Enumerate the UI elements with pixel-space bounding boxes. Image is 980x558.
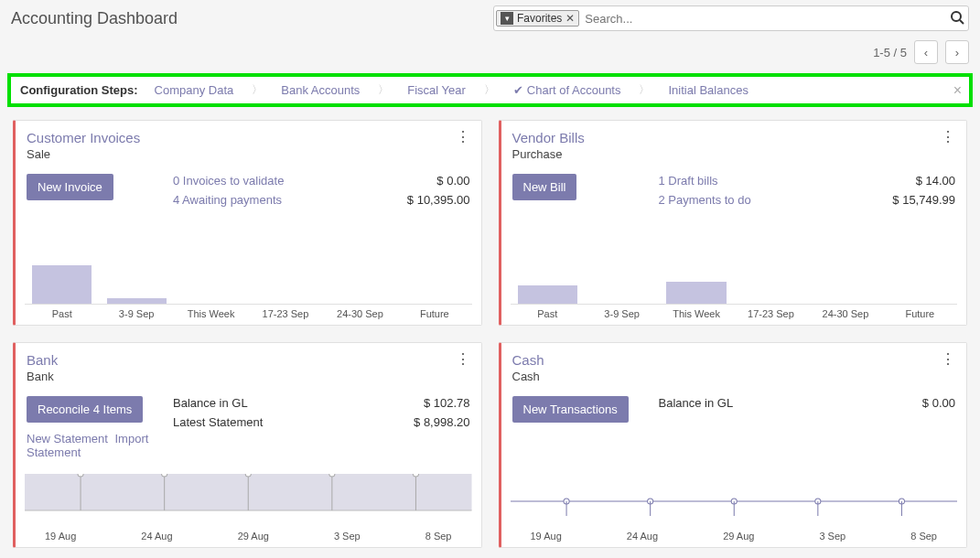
xaxis-label: 24-30 Sep [808,308,882,319]
chevron-right-icon: 〉 [378,82,389,98]
timeline-chart: 19 Aug24 Aug29 Aug3 Sep8 Sep [511,474,958,542]
card-subtitle: Cash [512,370,544,383]
svg-line-1 [960,20,964,24]
timeline-label: 19 Aug [531,531,562,542]
filter-icon: ▾ [501,12,513,25]
close-icon[interactable]: × [953,82,962,99]
card-customer-invoices: Customer Invoices Sale ⋮ New Invoice 0 I… [13,120,482,326]
card-subtitle: Bank [27,370,58,383]
search-facet-favorites[interactable]: ▾ Favorites ✕ [496,10,579,27]
stat-value: $ 102.78 [424,396,470,410]
new-invoice-button[interactable]: New Invoice [27,174,113,200]
new-bill-button[interactable]: New Bill [512,174,577,200]
stat-link-awaiting-payments[interactable]: 4 Awaiting payments [173,193,282,207]
xaxis-label: 24-30 Sep [323,308,397,319]
timeline-label: 29 Aug [723,531,754,542]
pager-prev-button[interactable]: ‹ [914,40,938,64]
svg-point-5 [78,474,83,477]
xaxis-label: Past [25,308,99,319]
svg-point-9 [245,474,251,477]
stat-value: $ 10,395.00 [407,193,470,207]
timeline-label: 29 Aug [238,531,269,542]
card-subtitle: Purchase [512,147,585,161]
stat-value: $ 0.00 [922,396,955,410]
search-input[interactable] [585,7,968,29]
reconcile-button[interactable]: Reconcile 4 Items [27,396,143,423]
chevron-right-icon: 〉 [484,82,495,98]
pager-range: 1-5 / 5 [873,46,907,59]
xaxis-label: 17-23 Sep [248,308,322,319]
bar-chart: Past3-9 SepThis Week17-23 Sep24-30 SepFu… [25,263,472,319]
bar [107,298,167,304]
card-title[interactable]: Customer Invoices [27,130,140,145]
config-step-bank-accounts[interactable]: Bank Accounts [281,83,360,97]
timeline-label: 3 Sep [334,531,361,542]
timeline-label: 3 Sep [819,531,845,542]
config-step-company-data[interactable]: Company Data [155,83,234,97]
search-icon[interactable] [950,10,964,28]
stat-link-draft-bills[interactable]: 1 Draft bills [659,174,718,188]
xaxis-label: Future [397,308,471,319]
timeline-label: 24 Aug [141,531,172,542]
svg-point-7 [162,474,167,477]
timeline-label: 24 Aug [627,531,658,542]
xaxis-label: 17-23 Sep [734,308,808,319]
bar [666,282,726,304]
config-step-chart-of-accounts[interactable]: ✔ Chart of Accounts [513,83,621,97]
stat-label: Latest Statement [173,415,263,429]
timeline-chart: 19 Aug24 Aug29 Aug3 Sep8 Sep [25,474,472,542]
kebab-menu-icon[interactable]: ⋮ [941,130,955,145]
svg-point-13 [413,474,418,477]
bar [518,285,577,304]
timeline-label: 8 Sep [910,531,937,542]
stat-link-invoices-validate[interactable]: 0 Invoices to validate [173,174,284,188]
card-vendor-bills: Vendor Bills Purchase ⋮ New Bill 1 Draft… [499,120,968,326]
xaxis-label: 3-9 Sep [585,308,659,319]
card-bank: Bank Bank ⋮ Reconcile 4 Items New Statem… [13,342,482,548]
stat-label: Balance in GL [173,396,248,410]
page-title: Accounting Dashboard [11,9,178,28]
chevron-right-icon: 〉 [639,82,650,98]
timeline-label: 19 Aug [45,531,76,542]
pager-next-button[interactable]: › [945,40,969,64]
stat-label: Balance in GL [659,396,734,410]
card-cash: Cash Cash ⋮ New Transactions Balance in … [499,342,968,548]
card-title[interactable]: Vendor Bills [512,130,585,145]
configuration-steps-bar: Configuration Steps: Company Data 〉 Bank… [7,73,973,107]
card-title[interactable]: Bank [27,352,58,368]
timeline-label: 8 Sep [425,531,452,542]
facet-label: Favorites [517,12,562,25]
kebab-menu-icon[interactable]: ⋮ [456,352,470,367]
search-bar[interactable]: ▾ Favorites ✕ [493,5,969,31]
card-subtitle: Sale [27,147,140,161]
xaxis-label: 3-9 Sep [99,308,173,319]
svg-point-0 [952,12,961,21]
new-statement-link[interactable]: New Statement [27,432,108,445]
xaxis-label: This Week [174,308,248,319]
bar-chart: Past3-9 SepThis Week17-23 Sep24-30 SepFu… [511,263,958,319]
kebab-menu-icon[interactable]: ⋮ [941,352,955,367]
svg-point-11 [329,474,335,477]
xaxis-label: This Week [659,308,733,319]
kebab-menu-icon[interactable]: ⋮ [456,130,470,145]
facet-remove-icon[interactable]: ✕ [565,12,575,25]
card-title[interactable]: Cash [512,352,544,368]
config-step-fiscal-year[interactable]: Fiscal Year [407,83,466,97]
stat-value: $ 0.00 [436,174,469,188]
check-icon: ✔ [513,83,523,97]
config-steps-title: Configuration Steps: [20,83,138,97]
stat-value: $ 14.00 [916,174,955,188]
stat-value: $ 15,749.99 [892,193,955,207]
config-step-initial-balances[interactable]: Initial Balances [668,83,748,97]
stat-value: $ 8,998.20 [414,415,469,429]
xaxis-label: Past [511,308,585,319]
xaxis-label: Future [883,308,957,319]
stat-link-payments-to-do[interactable]: 2 Payments to do [659,193,751,207]
new-transactions-button[interactable]: New Transactions [512,396,629,423]
bar [32,265,92,304]
chevron-right-icon: 〉 [252,82,263,98]
